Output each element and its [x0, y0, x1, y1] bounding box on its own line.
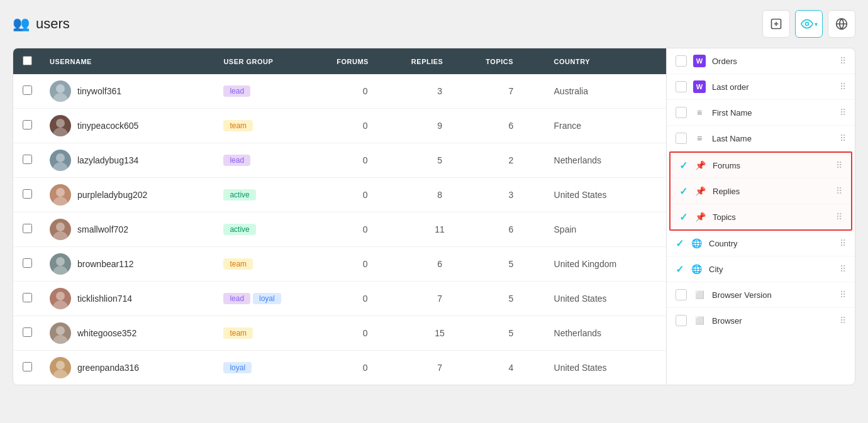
row-checkbox[interactable] [23, 120, 32, 129]
user-cell: lazyladybug134 [41, 143, 214, 178]
replies-cell: 8 [403, 178, 477, 212]
col-drag-browser[interactable]: ⠿ [840, 316, 846, 326]
replies-cell: 11 [403, 212, 477, 247]
username: greenpanda316 [77, 363, 139, 373]
user-cell: tinywolf361 [41, 74, 214, 109]
browser-icon: ⬜ [693, 314, 706, 327]
topics-cell: 4 [477, 351, 545, 385]
select-all-checkbox[interactable] [23, 56, 32, 65]
col-header-country: COUNTRY [545, 48, 666, 74]
col-checked-country[interactable]: ✓ [676, 238, 684, 250]
user-group-cell: active [214, 212, 328, 247]
svg-point-18 [53, 335, 68, 344]
country-cell: United Kingdom [545, 247, 666, 282]
row-checkbox[interactable] [23, 155, 32, 164]
country-cell: United States [545, 178, 666, 212]
column-panel: W Orders ⠿ W Last order ⠿ ≡ First Name ⠿… [667, 48, 855, 385]
title-label: users [36, 16, 70, 31]
row-checkbox[interactable] [23, 224, 32, 233]
col-label-replies: Replies [713, 187, 830, 196]
col-checked-forums[interactable]: ✓ [679, 160, 687, 172]
col-item-orders: W Orders ⠿ [667, 48, 855, 74]
country-cell: United States [545, 351, 666, 385]
main-area: USERNAME USER GROUP FORUMS REPLIES TOPIC… [13, 48, 855, 385]
col-checked-topics[interactable]: ✓ [679, 211, 687, 223]
user-group-cell: team [214, 247, 328, 282]
col-label-forums: Forums [713, 161, 830, 170]
row-checkbox[interactable] [23, 85, 32, 95]
col-checked-replies[interactable]: ✓ [679, 185, 687, 197]
svg-point-13 [56, 257, 65, 266]
avatar [50, 219, 71, 240]
replies-cell: 6 [403, 247, 477, 282]
col-unchecked-last_name[interactable] [676, 133, 687, 144]
replies-cell: 5 [403, 143, 477, 178]
table-row: lazyladybug134 lead052Netherlands [13, 143, 666, 178]
badge-lead: lead [223, 293, 250, 304]
username: ticklishlion714 [77, 294, 132, 304]
badge-team: team [223, 258, 253, 270]
username: whitegoose352 [77, 328, 136, 338]
col-label-city: City [709, 265, 833, 274]
replies-cell: 7 [403, 351, 477, 385]
col-drag-topics[interactable]: ⠿ [836, 212, 842, 222]
select-all-header[interactable] [13, 48, 41, 74]
forums-cell: 0 [328, 109, 403, 143]
badge-lead: lead [223, 155, 250, 166]
user-cell: whitegoose352 [41, 316, 214, 351]
upload-button[interactable] [762, 10, 790, 38]
header-left: 👥 users [13, 16, 70, 32]
col-header-forums: FORUMS [328, 48, 403, 74]
username: lazyladybug134 [77, 155, 138, 165]
topics-cell: 5 [477, 247, 545, 282]
col-item-country: ✓ 🌐 Country ⠿ [667, 231, 855, 256]
row-checkbox[interactable] [23, 258, 32, 268]
svg-point-4 [53, 93, 68, 102]
col-drag-first_name[interactable]: ⠿ [840, 107, 846, 118]
col-drag-forums[interactable]: ⠿ [836, 160, 842, 170]
globe-button[interactable] [828, 10, 855, 38]
col-drag-last_name[interactable]: ⠿ [840, 133, 846, 143]
col-drag-last_order[interactable]: ⠿ [840, 82, 846, 92]
row-checkbox[interactable] [23, 362, 32, 371]
col-drag-replies[interactable]: ⠿ [836, 186, 842, 196]
country-cell: United States [545, 282, 666, 316]
woo-icon: W [693, 55, 706, 67]
col-item-topics: ✓ 📌 Topics ⠿ [670, 204, 851, 229]
row-checkbox[interactable] [23, 189, 32, 199]
col-item-replies: ✓ 📌 Replies ⠿ [670, 179, 851, 204]
col-item-last_name: ≡ Last Name ⠿ [667, 126, 855, 151]
row-checkbox[interactable] [23, 327, 32, 337]
svg-point-16 [53, 300, 68, 309]
forums-cell: 0 [328, 178, 403, 212]
country-cell: Spain [545, 212, 666, 247]
users-table: USERNAME USER GROUP FORUMS REPLIES TOPIC… [13, 48, 666, 385]
col-unchecked-browser[interactable] [676, 315, 687, 326]
col-label-country: Country [709, 239, 833, 248]
country-cell: Australia [545, 74, 666, 109]
forums-cell: 0 [328, 351, 403, 385]
col-unchecked-orders[interactable] [676, 55, 687, 67]
col-header-usergroup: USER GROUP [214, 48, 328, 74]
table-row: tinypeacock605 team096France [13, 109, 666, 143]
topics-cell: 5 [477, 316, 545, 351]
col-unchecked-first_name[interactable] [676, 107, 687, 118]
col-drag-country[interactable]: ⠿ [840, 238, 846, 248]
col-checked-city[interactable]: ✓ [676, 263, 684, 275]
avatar [50, 357, 71, 378]
col-drag-browser_version[interactable]: ⠿ [840, 290, 846, 300]
avatar [50, 253, 71, 275]
col-unchecked-last_order[interactable] [676, 81, 687, 92]
forums-cell: 0 [328, 316, 403, 351]
page-title: users [36, 16, 70, 32]
col-drag-city[interactable]: ⠿ [840, 264, 846, 274]
col-drag-orders[interactable]: ⠿ [840, 56, 846, 66]
username: brownbear112 [77, 259, 134, 269]
col-unchecked-browser_version[interactable] [676, 289, 687, 300]
table-row: greenpanda316 loyal074United States [13, 351, 666, 385]
row-checkbox[interactable] [23, 293, 32, 302]
user-group-cell: loyal [214, 351, 328, 385]
badge-team: team [223, 327, 253, 339]
svg-point-9 [56, 188, 65, 197]
eye-button[interactable]: ▾ [795, 10, 823, 38]
